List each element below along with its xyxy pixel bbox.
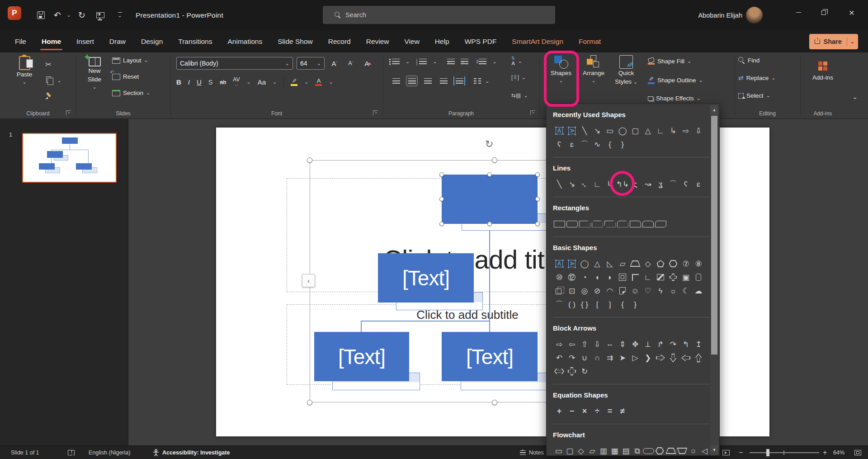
shape-arrow-striped-right[interactable]: ⇉ (604, 351, 616, 364)
shape-heptagon[interactable]: ⑦ (679, 257, 692, 270)
menu-resize-grip[interactable]: ∷ (676, 448, 679, 453)
shape-parallelogram[interactable]: ▱ (616, 257, 629, 270)
tab-insert[interactable]: Insert (69, 30, 102, 52)
zoom-out-button[interactable]: − (739, 446, 743, 459)
shape-arrow-notched-right[interactable]: ➤ (616, 351, 629, 364)
shape-right-brace[interactable]: } (616, 138, 629, 151)
notes-button[interactable]: Notes (520, 446, 544, 459)
shape-l-shape[interactable]: ∟ (642, 271, 654, 284)
tab-smartart-design[interactable]: SmartArt Design (504, 30, 571, 52)
paragraph-dialog-launcher[interactable] (530, 110, 535, 115)
font-dialog-launcher[interactable] (373, 110, 378, 115)
shape-arrow-down-callout[interactable] (667, 351, 679, 364)
columns-dropdown[interactable]: ⌄ (485, 79, 489, 84)
shape-decagon[interactable]: ⑩ (553, 271, 566, 284)
shape-snip-same-side-corner-rectangle[interactable] (591, 218, 604, 230)
shape-line-arrow[interactable]: ↘ (591, 124, 604, 137)
shape-flowchart-off-page-connector[interactable]: ◁ (699, 445, 710, 456)
shape-isosceles-triangle[interactable]: △ (642, 124, 654, 137)
shape-outline-button[interactable]: ✎Shape Outline⌄ (648, 76, 703, 84)
tab-help[interactable]: Help (427, 30, 457, 52)
shape-moon[interactable]: ☾ (679, 284, 692, 297)
shape-curved-double-arrow-connector[interactable]: ʓ (654, 178, 667, 190)
shape-arrow-up[interactable]: ⇧ (578, 338, 591, 350)
restore-button[interactable] (811, 0, 836, 25)
shape-arrow-circular[interactable]: ↻ (578, 365, 591, 378)
shape-right-bracket[interactable]: ] (604, 298, 616, 311)
shape-oval[interactable]: ◯ (578, 257, 591, 270)
tab-slide-show[interactable]: Slide Show (270, 30, 321, 52)
shape-arrow-right-callout[interactable] (654, 351, 667, 364)
tab-format[interactable]: Format (571, 30, 609, 52)
shape-right-triangle[interactable]: ◺ (604, 257, 616, 270)
tab-design[interactable]: Design (133, 30, 170, 52)
frame-resize-handle[interactable] (307, 157, 312, 163)
shape-text-box[interactable]: A (553, 257, 566, 270)
shape-vertical-text-box[interactable]: A (566, 124, 578, 137)
shape-curved-arrow-connector[interactable]: ↝ (642, 178, 654, 190)
shape-arrow-left-up[interactable]: ↰ (679, 338, 692, 350)
shape-vertical-text-box[interactable]: A (566, 257, 578, 270)
shape-arrow-left-right-up[interactable]: ⟂ (642, 338, 654, 350)
slideshow-view-button[interactable] (722, 446, 730, 459)
tab-record[interactable]: Record (321, 30, 359, 52)
shape-folded-corner[interactable] (616, 284, 629, 297)
align-left-button[interactable] (390, 76, 402, 86)
shape-diagonal-stripe[interactable] (654, 271, 667, 284)
line-spacing-button[interactable] (479, 59, 486, 65)
shape-rectangle[interactable]: ▭ (604, 124, 616, 137)
bullets-button[interactable] (392, 59, 400, 65)
shape-line[interactable]: ╲ (578, 124, 591, 137)
align-center-button[interactable] (406, 76, 418, 86)
shape-effects-button[interactable]: Shape Effects⌄ (648, 95, 701, 102)
shape-teardrop[interactable]: ◗ (604, 271, 616, 284)
clipboard-dialog-launcher[interactable] (66, 110, 71, 115)
frame-resize-handle[interactable] (492, 400, 497, 405)
new-slide-button[interactable]: New Slide ⌄ (81, 57, 108, 90)
shape-block-arrow-right[interactable]: ⇨ (679, 124, 692, 137)
customize-quick-access-button[interactable]: ⌄ (113, 0, 127, 30)
shape-frame[interactable] (616, 271, 629, 284)
shape-flowchart-internal-storage[interactable]: ▦ (609, 445, 620, 456)
arrange-button[interactable]: Arrange ⌄ (579, 55, 609, 83)
shape-freeform[interactable]: ʕ (679, 178, 692, 190)
numbering-dropdown[interactable]: ⌄ (433, 59, 437, 64)
text-direction-button[interactable]: ⇅A⌄ (511, 56, 522, 66)
shape-double-bracket[interactable]: ( ) (566, 298, 578, 311)
zoom-in-button[interactable]: + (823, 446, 827, 459)
distributed-button[interactable] (453, 76, 465, 85)
zoom-slider-thumb[interactable] (766, 449, 769, 456)
zoom-slider-track[interactable] (750, 452, 819, 453)
shape-arrow-left-callout[interactable] (679, 351, 692, 364)
shape-arrow-bent[interactable]: ↱ (654, 338, 667, 350)
shape-regular-pentagon[interactable] (654, 257, 667, 270)
copy-dropdown[interactable]: ⌄ (56, 75, 62, 86)
align-right-button[interactable] (422, 76, 434, 86)
shape-round-same-side-corner-rectangle[interactable] (642, 218, 654, 230)
shape-arc[interactable]: ⌒ (553, 298, 566, 311)
font-color-dropdown[interactable]: ⌄ (329, 80, 333, 85)
shape-left-bracket[interactable]: [ (591, 298, 604, 311)
strikethrough-button[interactable]: ab (220, 79, 226, 85)
section-button[interactable]: Section⌄ (112, 90, 150, 96)
font-size-combobox[interactable]: 64⌄ (297, 57, 325, 70)
shape-math-minus[interactable]: − (566, 405, 578, 417)
shape-arrow-up-callout[interactable] (692, 351, 705, 364)
shape-snip-diagonal-corner-rectangle[interactable] (604, 218, 616, 230)
find-button[interactable]: Find (738, 57, 760, 64)
shape-flowchart-predefined-process[interactable]: ▥ (598, 445, 609, 456)
shape-heart[interactable]: ♡ (642, 284, 654, 297)
cut-button[interactable]: ✂ (42, 59, 54, 70)
shape-half-frame[interactable] (629, 271, 642, 284)
powerpoint-logo-icon[interactable]: P (8, 6, 21, 20)
character-spacing-button[interactable]: AV↔ (233, 77, 240, 87)
shape-scribble[interactable]: ɛ (566, 138, 578, 151)
shape-arrow-curved-left[interactable]: ↶ (553, 351, 566, 364)
shape-arrow-left-right-callout[interactable] (553, 365, 566, 378)
shape-rounded-rectangle[interactable]: ▢ (629, 124, 642, 137)
shape-no-symbol[interactable]: ⊘ (591, 284, 604, 297)
bullets-dropdown[interactable]: ⌄ (406, 59, 410, 64)
shape-flowchart-decision[interactable]: ◇ (576, 445, 587, 456)
shape-cloud[interactable]: ☁ (692, 284, 705, 297)
shape-lightning-bolt[interactable]: ϟ (654, 284, 667, 297)
